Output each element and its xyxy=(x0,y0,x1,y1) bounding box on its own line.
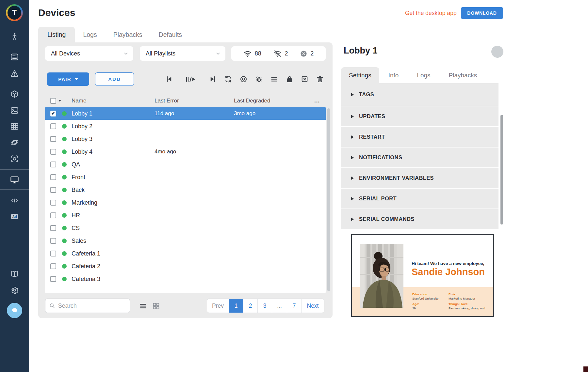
detail-scrollbar[interactable] xyxy=(500,115,503,225)
pagination-page-1[interactable]: 1 xyxy=(229,299,243,313)
pagination-page-2[interactable]: 2 xyxy=(243,299,257,313)
app-logo[interactable]: T xyxy=(6,4,23,21)
skip-next-button[interactable] xyxy=(205,72,220,86)
grid-view-button[interactable] xyxy=(151,302,161,311)
pair-button[interactable]: PAIR xyxy=(47,72,89,86)
row-checkbox[interactable] xyxy=(50,123,56,129)
sidebar-item-settings[interactable] xyxy=(0,285,29,296)
row-checkbox[interactable] xyxy=(50,174,56,180)
sidebar-item-docs[interactable] xyxy=(0,268,29,279)
accordion-item-updates[interactable]: UPDATES xyxy=(341,106,498,126)
row-checkbox[interactable] xyxy=(50,276,56,282)
row-checkbox[interactable] xyxy=(50,111,56,116)
close-window-button[interactable] xyxy=(297,72,312,86)
row-checkbox[interactable] xyxy=(50,187,56,193)
accordion-item-restart[interactable]: RESTART xyxy=(341,127,498,147)
row-checkbox[interactable] xyxy=(50,263,56,269)
sidebar-item-ads[interactable]: Ad xyxy=(0,211,29,222)
detail-tab-playbacks[interactable]: Playbacks xyxy=(440,67,486,83)
table-row[interactable]: Cafeteria 2 xyxy=(45,260,326,272)
row-checkbox[interactable] xyxy=(50,251,56,256)
skip-back-button[interactable] xyxy=(162,72,176,86)
row-checkbox[interactable] xyxy=(50,200,56,206)
table-row[interactable]: Lobby 4 4mo ago xyxy=(45,145,326,158)
debug-button[interactable] xyxy=(252,72,266,86)
table-row[interactable]: Sales xyxy=(45,234,326,247)
accordion-item-serial-commands[interactable]: SERIAL COMMANDS xyxy=(341,209,498,229)
playlists-filter-dropdown[interactable]: All Playlists xyxy=(140,46,225,61)
menu-icon xyxy=(270,75,278,83)
sidebar-item-media[interactable] xyxy=(0,105,29,116)
devices-filter-dropdown[interactable]: All Devices xyxy=(45,46,133,61)
select-all-checkbox[interactable] xyxy=(50,98,56,104)
sidebar-item-apps[interactable] xyxy=(0,88,29,100)
accordion-item-notifications[interactable]: NOTIFICATIONS xyxy=(341,147,498,167)
add-button[interactable]: ADD xyxy=(95,72,134,86)
accordion-item-serial-port[interactable]: SERIAL PORT xyxy=(341,189,498,209)
tab-listing[interactable]: Listing xyxy=(38,27,75,42)
role-value: Marketing Manager xyxy=(449,297,485,301)
select-menu-caret-icon[interactable] xyxy=(58,100,61,102)
table-row[interactable]: Back xyxy=(45,183,326,196)
pagination-next[interactable]: Next xyxy=(301,299,324,313)
detail-tab-logs[interactable]: Logs xyxy=(408,67,439,83)
table-row[interactable]: CS xyxy=(45,222,326,234)
error-count[interactable]: 2 xyxy=(300,50,314,57)
tab-defaults[interactable]: Defaults xyxy=(151,27,190,42)
pagination-page-7[interactable]: 7 xyxy=(287,299,301,313)
refresh-button[interactable] xyxy=(221,72,235,86)
row-checkbox[interactable] xyxy=(50,149,56,155)
table-row[interactable]: Lobby 3 xyxy=(45,132,326,145)
column-options-menu[interactable]: ... xyxy=(314,98,320,104)
table-row[interactable]: QA xyxy=(45,158,326,171)
table-row[interactable]: Cafeteria 3 xyxy=(45,272,326,285)
accordion-item-tags[interactable]: TAGS xyxy=(341,83,498,106)
tab-logs[interactable]: Logs xyxy=(75,27,105,42)
table-row[interactable]: Lobby 1 11d ago 3mo ago xyxy=(45,107,326,120)
table-row[interactable]: HR xyxy=(45,209,326,222)
table-row[interactable]: Cafeteria 1 xyxy=(45,247,326,260)
sidebar-item-audience[interactable] xyxy=(0,31,29,42)
device-name: QA xyxy=(72,161,80,168)
table-row[interactable]: Front xyxy=(45,171,326,183)
table-row[interactable]: Marketing xyxy=(45,196,326,209)
pagination-prev[interactable]: Prev xyxy=(207,299,229,313)
desktop-app-link[interactable]: Get the desktop app xyxy=(405,10,457,17)
sidebar-item-devices[interactable] xyxy=(0,169,29,190)
target-button[interactable] xyxy=(236,72,251,86)
device-status-circle[interactable] xyxy=(491,46,503,58)
search-input[interactable] xyxy=(58,302,126,309)
pagination-ellipsis[interactable]: ... xyxy=(272,299,287,313)
code-icon xyxy=(10,196,19,205)
table-row[interactable]: Lobby 2 xyxy=(45,120,326,132)
offline-count[interactable]: 2 xyxy=(273,49,288,58)
online-count[interactable]: 88 xyxy=(243,49,261,58)
row-checkbox[interactable] xyxy=(50,136,56,142)
row-checkbox[interactable] xyxy=(50,225,56,231)
detail-tab-settings[interactable]: Settings xyxy=(341,67,379,83)
row-checkbox[interactable] xyxy=(50,238,56,244)
sidebar-item-capture[interactable] xyxy=(0,153,29,164)
main-tabs: Listing Logs Playbacks Defaults xyxy=(38,27,190,42)
delete-button[interactable] xyxy=(313,72,327,86)
accordion-item-environment-variables[interactable]: ENVIRONMENT VARIABLES xyxy=(341,168,498,188)
support-chat-button[interactable] xyxy=(7,303,22,318)
sidebar-item-tables[interactable] xyxy=(0,121,29,132)
sidebar-item-developer[interactable] xyxy=(0,195,29,206)
menu-button[interactable] xyxy=(267,72,281,86)
sidebar-item-explore[interactable] xyxy=(0,137,29,148)
pagination-page-3[interactable]: 3 xyxy=(257,299,272,313)
chat-icon xyxy=(11,307,19,315)
tab-playbacks[interactable]: Playbacks xyxy=(105,27,151,42)
list-view-button[interactable] xyxy=(138,302,148,311)
detail-tab-info[interactable]: Info xyxy=(379,67,408,83)
target-icon xyxy=(239,75,248,83)
pause-play-button[interactable] xyxy=(182,72,200,86)
row-checkbox[interactable] xyxy=(50,162,56,167)
download-button[interactable]: DOWNLOAD xyxy=(461,7,503,19)
sidebar-item-alerts[interactable] xyxy=(0,68,29,79)
sidebar-item-playlists[interactable] xyxy=(0,51,29,62)
table-scrollbar[interactable] xyxy=(327,108,330,291)
row-checkbox[interactable] xyxy=(50,212,56,218)
lock-button[interactable] xyxy=(282,72,297,86)
